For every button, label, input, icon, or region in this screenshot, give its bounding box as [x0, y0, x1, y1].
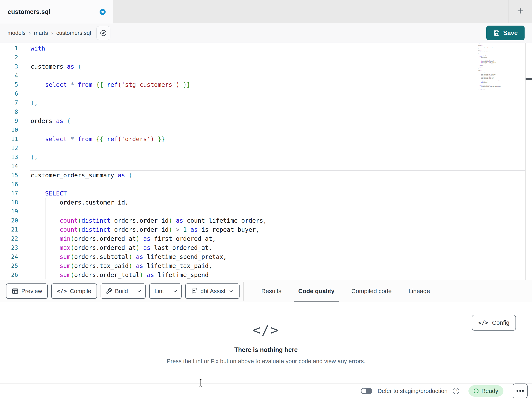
code-line[interactable]: 12 — [0, 144, 525, 153]
indent-guide — [45, 243, 46, 252]
code-line[interactable]: 9orders as ( — [0, 116, 525, 125]
code-token: orders.order_id — [110, 217, 169, 224]
code-token: select — [45, 136, 67, 143]
code-text: with — [22, 44, 525, 53]
new-tab-button[interactable]: + — [517, 6, 523, 16]
breadcrumb-item-models[interactable]: models — [7, 30, 25, 36]
editor-scrollbar-thumb[interactable] — [526, 78, 532, 80]
code-token: is_repeat_buyer, — [198, 226, 260, 233]
code-editor[interactable]: 1with23customers as (45 select * from {{… — [0, 43, 532, 280]
code-line[interactable]: 4 — [0, 71, 525, 80]
code-line[interactable]: 11 select * from {{ ref('orders') }} — [0, 135, 525, 144]
code-token: as — [136, 262, 143, 269]
breadcrumb-item-marts[interactable]: marts — [34, 30, 48, 36]
preview-button[interactable]: Preview — [6, 283, 48, 299]
overflow-menu-button[interactable] — [513, 384, 528, 398]
build-split-button: Build — [101, 283, 146, 299]
code-quality-panel: </> There is nothing here Press the Lint… — [0, 302, 532, 384]
code-line[interactable]: 6 — [0, 89, 525, 98]
code-line[interactable]: 23 max(orders.ordered_at) as last_ordere… — [0, 243, 525, 252]
tab-lineage[interactable]: Lineage — [404, 280, 434, 302]
toolbar-buttons: Preview </> Compile Build — [0, 283, 240, 299]
code-token — [31, 262, 60, 269]
code-token — [187, 226, 190, 233]
code-line[interactable]: 7), — [0, 98, 525, 107]
code-line[interactable]: 2 — [0, 53, 525, 62]
status-badge[interactable]: Ready — [469, 385, 503, 397]
code-token: ) — [176, 81, 180, 88]
code-token: as — [190, 226, 198, 233]
code-line[interactable]: 16 — [0, 180, 525, 189]
code-token: lifetime_spend_pretax, — [143, 253, 227, 260]
code-line[interactable]: 14 — [0, 162, 525, 171]
save-button-label: Save — [503, 29, 518, 37]
table-icon — [12, 288, 19, 294]
code-token: orders.order_id — [110, 226, 169, 233]
help-icon[interactable]: ? — [453, 388, 459, 394]
indent-guide — [31, 89, 31, 98]
lint-dropdown-button[interactable] — [169, 284, 181, 298]
indent-guide — [31, 125, 31, 135]
code-line[interactable]: 8 — [0, 107, 525, 116]
code-line[interactable]: 15customer_orders_summary as ( — [0, 171, 525, 180]
code-line[interactable]: 24 sum(orders.subtotal) as lifetime_spen… — [0, 252, 525, 261]
code-line[interactable]: 10 — [0, 125, 525, 135]
lint-button[interactable]: Lint — [150, 284, 169, 298]
empty-state: </> There is nothing here Press the Lint… — [0, 302, 532, 384]
minimap[interactable]: withcustomers as ( select * from {{ ref(… — [478, 44, 511, 94]
code-token: ) — [169, 226, 172, 233]
code-line[interactable]: 18 orders.customer_id, — [0, 198, 525, 207]
code-text: orders.customer_id, — [22, 198, 525, 207]
code-line[interactable]: 5 select * from {{ ref('stg_customers') … — [0, 80, 525, 89]
line-number: 16 — [0, 180, 22, 189]
code-token: ( — [71, 271, 74, 278]
chevron-down-icon — [172, 288, 178, 294]
code-token: select — [478, 90, 480, 90]
breadcrumb-item-file[interactable]: customers.sql — [56, 30, 91, 36]
code-line[interactable]: 22 min(orders.ordered_at) as first_order… — [0, 234, 525, 243]
code-line[interactable]: 21 count(distinct orders.order_id) > 1 a… — [0, 225, 525, 234]
code-token: as — [143, 235, 151, 242]
ellipsis-icon — [517, 390, 518, 392]
code-token: count — [60, 217, 78, 224]
line-number: 14 — [0, 162, 22, 171]
code-line[interactable]: 13), — [0, 153, 525, 162]
code-token — [180, 81, 183, 88]
code-text: orders as ( — [22, 116, 525, 125]
ready-circle-icon — [474, 389, 479, 393]
code-text: select * from joined — [478, 89, 510, 90]
code-line[interactable]: 26 sum(orders.order_total) as lifetime_s… — [0, 270, 525, 280]
code-token: as — [56, 117, 63, 124]
code-token — [180, 226, 183, 233]
tab-compiled-code[interactable]: Compiled code — [347, 280, 396, 302]
code-line[interactable]: 20 count(distinct orders.order_id) as co… — [0, 216, 525, 225]
defer-toggle[interactable] — [361, 388, 372, 394]
code-token: ( — [78, 63, 82, 70]
code-text — [22, 207, 525, 216]
code-token: select — [45, 81, 67, 88]
build-dropdown-button[interactable] — [133, 284, 145, 298]
code-text — [22, 125, 525, 135]
config-button[interactable]: </> Config — [472, 315, 516, 331]
indent-guide — [31, 135, 31, 144]
code-brackets-icon: </> — [253, 322, 279, 338]
code-token — [74, 63, 78, 70]
line-number: 23 — [0, 243, 22, 252]
code-line[interactable]: 1with — [0, 44, 525, 53]
save-button[interactable]: Save — [486, 26, 525, 40]
code-line[interactable]: 17 SELECT — [0, 189, 525, 198]
code-line[interactable]: 3customers as ( — [0, 62, 525, 71]
tab-results[interactable]: Results — [257, 280, 286, 302]
code-token: with — [31, 45, 45, 52]
code-token: count — [60, 226, 78, 233]
lineage-compass-button[interactable] — [96, 26, 110, 40]
code-line[interactable]: 19 — [0, 207, 525, 216]
dbt-assist-button[interactable]: dbt Assist — [185, 283, 240, 299]
code-line[interactable]: 25 sum(orders.tax_paid) as lifetime_tax_… — [0, 261, 525, 270]
code-token — [67, 136, 71, 143]
tab-code-quality[interactable]: Code quality — [294, 280, 339, 302]
file-tab-customers-sql[interactable]: customers.sql — [0, 0, 113, 24]
code-token — [154, 136, 158, 143]
compile-button[interactable]: </> Compile — [51, 283, 97, 299]
build-button[interactable]: Build — [101, 284, 133, 298]
